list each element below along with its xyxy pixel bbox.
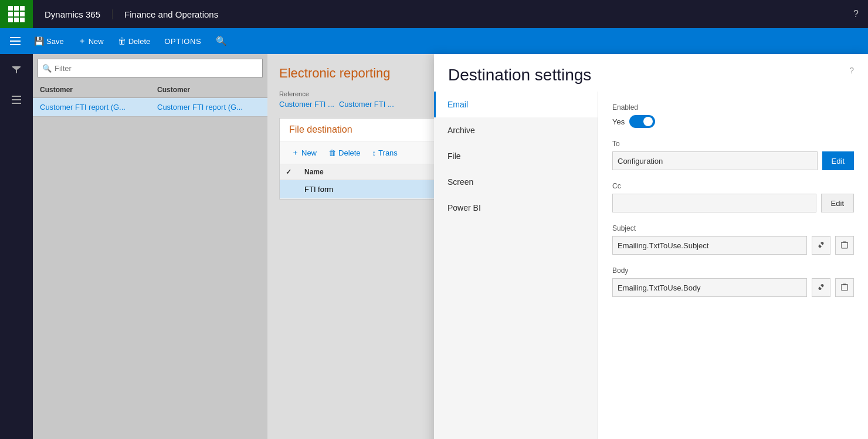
sidebar-filter-icon[interactable]: [6, 59, 27, 80]
delete-icon: [841, 283, 848, 293]
cc-edit-button[interactable]: Edit: [821, 194, 854, 212]
list-item-col1: Customer FTI report (G...: [33, 98, 150, 116]
options-button[interactable]: OPTIONS: [158, 32, 207, 50]
toggle-container: Yes: [612, 115, 854, 128]
save-button[interactable]: 💾 Save: [28, 32, 70, 50]
body-row: [612, 278, 854, 297]
toggle-thumb: [643, 117, 653, 126]
fd-trans-button[interactable]: ↕ Trans: [368, 146, 402, 160]
new-label: New: [89, 37, 104, 46]
fd-new-label: New: [301, 148, 317, 157]
body-input[interactable]: [612, 278, 807, 297]
new-icon: ＋: [78, 36, 86, 46]
filter-input[interactable]: [38, 59, 263, 77]
left-sidebar: [0, 54, 33, 439]
list-item-col2: Customer FTI report (G...: [150, 98, 267, 116]
list-col2-header: Customer: [150, 82, 267, 97]
filter-wrapper: 🔍: [38, 59, 263, 77]
fd-delete-label: Delete: [338, 148, 361, 157]
delete-button[interactable]: 🗑 Delete: [112, 32, 157, 50]
app-launcher-grid-icon: [8, 6, 25, 22]
filter-bar: 🔍: [33, 54, 267, 82]
to-edit-button[interactable]: Edit: [822, 151, 854, 170]
subject-group: Subject: [612, 224, 854, 255]
subject-label: Subject: [612, 224, 854, 232]
list-item[interactable]: Customer FTI report (G... Customer FTI r…: [33, 98, 267, 117]
fd-delete-button[interactable]: 🗑 Delete: [324, 146, 365, 160]
delete-icon: [841, 241, 848, 251]
top-bar: Dynamics 365 Finance and Operations ?: [0, 0, 868, 28]
cc-input[interactable]: [612, 194, 816, 212]
dest-help-icon[interactable]: ?: [849, 66, 854, 75]
table-check-cell: [280, 180, 299, 199]
enabled-label: Enabled: [612, 103, 854, 112]
delete-icon: 🗑: [118, 36, 126, 46]
destination-settings-panel: Destination settings ? Email Archive Fil…: [434, 54, 868, 439]
delete-label: Delete: [128, 37, 151, 46]
fd-new-button[interactable]: ＋ New: [287, 145, 321, 160]
toggle-track: [629, 115, 655, 128]
yes-label: Yes: [612, 117, 625, 126]
table-check-header: ✓: [280, 164, 299, 180]
cc-row: Edit: [612, 194, 854, 212]
dest-nav-screen[interactable]: Screen: [434, 169, 598, 195]
body-group: Body: [612, 266, 854, 297]
enabled-toggle[interactable]: [629, 115, 655, 128]
filter-search-icon: 🔍: [42, 64, 52, 73]
dest-nav-archive[interactable]: Archive: [434, 117, 598, 143]
enabled-group: Enabled Yes: [612, 103, 854, 128]
subject-link-button[interactable]: [812, 236, 830, 255]
dest-nav-file[interactable]: File: [434, 143, 598, 169]
app-launcher[interactable]: [0, 0, 33, 28]
cc-label: Cc: [612, 182, 854, 190]
cc-group: Cc Edit: [612, 182, 854, 212]
link-icon: [817, 241, 825, 251]
svg-rect-2: [12, 103, 21, 104]
fd-delete-icon: 🗑: [328, 148, 336, 157]
search-button[interactable]: 🔍: [212, 32, 230, 50]
dest-settings-header: Destination settings ?: [434, 54, 868, 92]
dest-nav-email[interactable]: Email: [434, 92, 598, 117]
module-name: Finance and Operations: [113, 9, 230, 19]
body-link-button[interactable]: [812, 278, 830, 297]
search-icon: 🔍: [216, 36, 227, 46]
brand-name: Dynamics 365: [33, 9, 113, 19]
fd-trans-icon: ↕: [372, 148, 377, 157]
new-button[interactable]: ＋ New: [72, 32, 110, 50]
sidebar-menu-icon[interactable]: [6, 89, 27, 110]
help-icon[interactable]: ?: [853, 9, 859, 19]
hamburger-line: [10, 40, 21, 42]
svg-rect-4: [842, 285, 847, 291]
list-header: Customer Customer: [33, 82, 267, 98]
list-items: Customer FTI report (G... Customer FTI r…: [33, 98, 267, 439]
dest-nav-powerbi[interactable]: Power BI: [434, 195, 598, 221]
svg-rect-0: [12, 96, 21, 97]
subject-input[interactable]: [612, 236, 807, 255]
body-label: Body: [612, 266, 854, 275]
to-input[interactable]: [612, 151, 818, 170]
svg-rect-3: [842, 242, 847, 248]
dest-nav: Email Archive File Screen Power BI: [434, 92, 598, 439]
ref-link-2[interactable]: Customer FTI ...: [339, 100, 394, 109]
dest-form: Enabled Yes To Edit: [598, 92, 868, 439]
dest-settings-title: Destination settings: [448, 66, 591, 85]
to-group: To Edit: [612, 140, 854, 170]
svg-rect-1: [12, 99, 21, 100]
subject-delete-button[interactable]: [835, 236, 854, 255]
subject-row: [612, 236, 854, 255]
to-row: Edit: [612, 151, 854, 170]
hamburger-line: [10, 44, 21, 45]
hamburger-button[interactable]: [5, 31, 26, 52]
list-col1-header: Customer: [33, 82, 150, 97]
body-delete-button[interactable]: [835, 278, 854, 297]
ref-link-1[interactable]: Customer FTI ...: [279, 100, 334, 109]
top-bar-right: ?: [853, 9, 868, 19]
to-label: To: [612, 140, 854, 148]
action-bar: 💾 Save ＋ New 🗑 Delete OPTIONS 🔍: [0, 28, 868, 54]
main-content: 🔍 Customer Customer Customer FTI report …: [0, 54, 868, 439]
dest-settings-body: Email Archive File Screen Power BI Enabl…: [434, 92, 868, 439]
list-panel: 🔍 Customer Customer Customer FTI report …: [33, 54, 267, 439]
save-label: Save: [46, 37, 64, 46]
hamburger-line: [10, 37, 21, 38]
fd-trans-label: Trans: [378, 148, 398, 157]
